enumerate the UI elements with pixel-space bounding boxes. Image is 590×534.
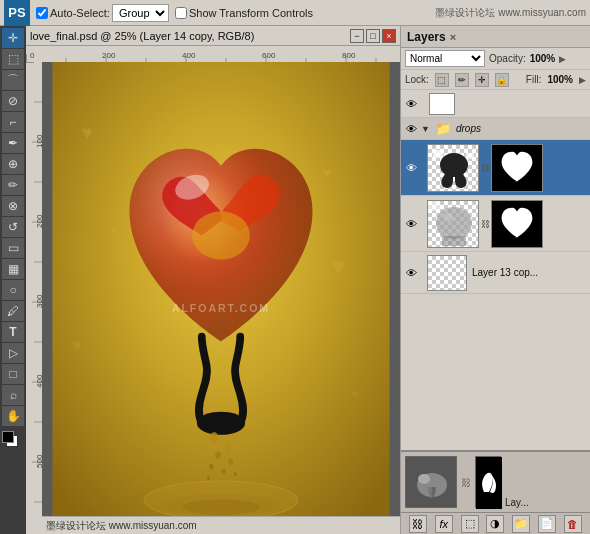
color-selector[interactable]: [2, 431, 24, 451]
fill-label: Fill:: [526, 74, 542, 85]
svg-rect-69: [428, 256, 467, 291]
svg-text:400: 400: [35, 374, 42, 388]
svg-text:800: 800: [342, 51, 356, 60]
svg-rect-60: [433, 150, 443, 158]
svg-point-72: [418, 474, 430, 484]
svg-text:500: 500: [35, 454, 42, 468]
layer-chain-14copy: ⛓: [481, 163, 489, 173]
path-select-tool[interactable]: ▷: [2, 343, 24, 363]
layer-name-13copy: Layer 13 cop...: [469, 267, 588, 278]
minimize-button[interactable]: −: [350, 29, 364, 43]
layers-list: 👁 👁 ▼ 📁 drops 👁: [401, 90, 590, 450]
svg-rect-61: [466, 153, 474, 159]
bottom-thumb-image[interactable]: [405, 456, 457, 508]
brush-tool[interactable]: ✏: [2, 175, 24, 195]
opacity-label: Opacity:: [489, 53, 526, 64]
foreground-color-swatch[interactable]: [2, 431, 14, 443]
svg-text:300: 300: [35, 294, 42, 308]
group-expand-arrow[interactable]: ▼: [421, 124, 430, 134]
delete-layer-button[interactable]: 🗑: [564, 515, 582, 533]
top-toolbar: PS Auto-Select: Group Layer Show Transfo…: [0, 0, 590, 26]
canvas-image[interactable]: ♥ ♥ ♥ ♥ ♥ ♥: [42, 62, 400, 534]
show-transform-checkbox[interactable]: [175, 7, 187, 19]
svg-point-64: [436, 207, 472, 239]
svg-text:♥: ♥: [332, 253, 346, 279]
layer-thumb-white: [429, 93, 455, 115]
bottom-thumb-mask[interactable]: [475, 456, 501, 508]
left-tools-panel: ✛ ⬚ ⌒ ⊘ ⌐ ✒ ⊕ ✏ ⊗ ↺ ▭ ▦ ○ 🖊 T ▷ □ ⌕ ✋: [0, 26, 26, 534]
pen-tool[interactable]: 🖊: [2, 301, 24, 321]
zoom-tool[interactable]: ⌕: [2, 385, 24, 405]
svg-point-48: [228, 458, 233, 465]
eyedropper-tool[interactable]: ✒: [2, 133, 24, 153]
lock-position-button[interactable]: ✛: [475, 73, 489, 87]
add-mask-button[interactable]: ⬚: [461, 515, 479, 533]
shape-tool[interactable]: □: [2, 364, 24, 384]
new-adjustment-button[interactable]: ◑: [486, 515, 504, 533]
layer-mask-14copy: [491, 144, 543, 192]
lock-pixels-button[interactable]: ⬚: [435, 73, 449, 87]
layer-row-13[interactable]: 👁 ⛓: [401, 196, 590, 252]
layer-effects-button[interactable]: fx: [435, 515, 453, 533]
new-group-button[interactable]: 📁: [512, 515, 530, 533]
folder-icon: 📁: [435, 121, 451, 136]
layer-row-white[interactable]: 👁: [401, 90, 590, 118]
history-brush-tool[interactable]: ↺: [2, 217, 24, 237]
gradient-tool[interactable]: ▦: [2, 259, 24, 279]
eraser-tool[interactable]: ▭: [2, 238, 24, 258]
quick-select-tool[interactable]: ⊘: [2, 91, 24, 111]
crop-tool[interactable]: ⌐: [2, 112, 24, 132]
lock-all-button[interactable]: 🔒: [495, 73, 509, 87]
visibility-icon-13[interactable]: 👁: [403, 216, 419, 232]
visibility-icon-14copy[interactable]: 👁: [403, 160, 419, 176]
close-button[interactable]: ×: [382, 29, 396, 43]
visibility-icon-white[interactable]: 👁: [403, 96, 419, 112]
canvas-title: love_final.psd @ 25% (Layer 14 copy, RGB…: [30, 30, 350, 42]
layers-blending-row: Normal Multiply Screen Overlay Opacity: …: [401, 48, 590, 70]
layers-panel: Layers × Normal Multiply Screen Overlay …: [400, 26, 590, 534]
blend-mode-select[interactable]: Normal Multiply Screen Overlay: [405, 50, 485, 67]
show-transform-label: Show Transform Controls: [189, 7, 313, 19]
clone-tool[interactable]: ⊗: [2, 196, 24, 216]
type-tool[interactable]: T: [2, 322, 24, 342]
healing-tool[interactable]: ⊕: [2, 154, 24, 174]
opacity-arrow-icon[interactable]: ▶: [559, 54, 566, 64]
maximize-button[interactable]: □: [366, 29, 380, 43]
marquee-tool[interactable]: ⬚: [2, 49, 24, 69]
window-controls: − □ ×: [350, 29, 396, 43]
lock-image-button[interactable]: ✏: [455, 73, 469, 87]
layers-actions-bar: ⛓ fx ⬚ ◑ 📁 📄 🗑: [401, 512, 590, 534]
drops-group-row[interactable]: 👁 ▼ 📁 drops: [401, 118, 590, 140]
bottom-chain-icon: ⛓: [459, 477, 473, 488]
svg-point-46: [225, 442, 231, 452]
move-tool[interactable]: ✛: [2, 28, 24, 48]
dodge-tool[interactable]: ○: [2, 280, 24, 300]
layer-row-13copy[interactable]: 👁 Layer 13 cop...: [401, 252, 590, 294]
auto-select-label: Auto-Select:: [50, 7, 110, 19]
show-transform-group: Show Transform Controls: [175, 7, 313, 19]
layer-chain-13: ⛓: [481, 219, 489, 229]
ruler-left: 100 200 300 400 500: [26, 62, 42, 534]
layers-close-button[interactable]: ×: [450, 31, 456, 43]
link-layers-button[interactable]: ⛓: [409, 515, 427, 533]
lasso-tool[interactable]: ⌒: [2, 70, 24, 90]
visibility-icon-13copy[interactable]: 👁: [403, 265, 419, 281]
bottom-strip-label: Lay...: [503, 495, 531, 510]
visibility-icon-drops[interactable]: 👁: [403, 121, 419, 137]
canvas-area: love_final.psd @ 25% (Layer 14 copy, RGB…: [26, 26, 400, 534]
svg-point-42: [192, 211, 250, 259]
image-content: ♥ ♥ ♥ ♥ ♥ ♥: [42, 62, 400, 534]
layers-titlebar: Layers ×: [401, 26, 590, 48]
svg-text:400: 400: [182, 51, 196, 60]
fill-arrow-icon[interactable]: ▶: [579, 75, 586, 85]
auto-select-dropdown[interactable]: Group Layer: [112, 4, 169, 22]
new-layer-button[interactable]: 📄: [538, 515, 556, 533]
svg-point-49: [209, 464, 213, 470]
svg-point-65: [443, 213, 453, 221]
svg-point-45: [210, 432, 218, 444]
auto-select-checkbox[interactable]: [36, 7, 48, 19]
drops-group-name: drops: [456, 123, 481, 134]
hand-tool[interactable]: ✋: [2, 406, 24, 426]
svg-text:♥: ♥: [351, 387, 359, 402]
layer-row-14copy[interactable]: 👁 ⛓: [401, 140, 590, 196]
